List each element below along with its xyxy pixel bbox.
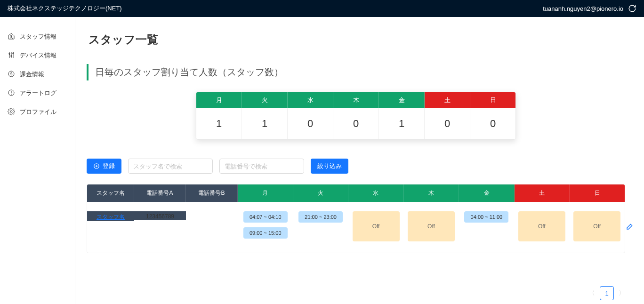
daily-allocation-card: 月 火 水 木 金 土 日 1 1 0 0 1 0 0 bbox=[196, 92, 516, 140]
th-sun: 日 bbox=[570, 184, 625, 202]
alloc-head-sun: 日 bbox=[470, 92, 515, 108]
th-phone-a: 電話番号A bbox=[134, 184, 186, 202]
register-label: 登録 bbox=[103, 162, 115, 170]
sidebar-item-billing-info[interactable]: 課金情報 bbox=[0, 65, 75, 84]
section-title: 日毎のスタッフ割り当て人数（スタッフ数） bbox=[87, 64, 625, 80]
svg-point-6 bbox=[11, 94, 12, 94]
filter-bar: 登録 絞り込み bbox=[87, 159, 625, 174]
alloc-count-thu: 0 bbox=[333, 108, 379, 139]
search-phone-input[interactable] bbox=[219, 159, 304, 174]
company-name: 株式会社ネクステッジテクノロジー(NET) bbox=[8, 4, 122, 13]
plus-circle-icon bbox=[93, 163, 100, 169]
main-content: スタッフ一覧 日毎のスタッフ割り当て人数（スタッフ数） 月 火 水 木 金 土 … bbox=[75, 17, 644, 304]
alloc-count-sat: 0 bbox=[425, 108, 470, 139]
time-chip: 04:00 ~ 11:00 bbox=[464, 211, 508, 223]
sidebar: スタッフ情報 デバイス情報 課金情報 アラートログ プロファイル bbox=[0, 17, 75, 304]
alloc-head-sat: 土 bbox=[425, 92, 470, 108]
th-thu: 木 bbox=[404, 184, 459, 202]
svg-point-0 bbox=[11, 35, 12, 36]
time-chip: 21:00 ~ 23:00 bbox=[298, 211, 343, 223]
edit-icon[interactable] bbox=[626, 222, 634, 231]
filter-label: 絞り込み bbox=[317, 162, 342, 170]
off-badge: Off bbox=[518, 211, 565, 241]
device-sliders-icon bbox=[8, 51, 15, 60]
phone-a-value: 123456789 bbox=[134, 211, 186, 220]
alloc-head-wed: 水 bbox=[288, 92, 333, 108]
alloc-count-sun: 0 bbox=[470, 108, 515, 139]
register-button[interactable]: 登録 bbox=[87, 159, 121, 174]
sidebar-label: 課金情報 bbox=[20, 70, 44, 79]
alloc-count-tue: 1 bbox=[242, 108, 288, 139]
time-chip: 09:00 ~ 15:00 bbox=[243, 227, 288, 239]
alloc-count-wed: 0 bbox=[288, 108, 333, 139]
alloc-head-mon: 月 bbox=[196, 92, 242, 108]
th-sat: 土 bbox=[515, 184, 570, 202]
top-bar: 株式会社ネクステッジテクノロジー(NET) tuananh.nguyen2@pi… bbox=[0, 0, 644, 17]
sidebar-item-device-info[interactable]: デバイス情報 bbox=[0, 46, 75, 65]
staff-name-link[interactable]: スタッフ名 bbox=[97, 214, 125, 220]
th-fri: 金 bbox=[459, 184, 515, 202]
th-tue: 火 bbox=[293, 184, 349, 202]
schedule-table: スタッフ名 電話番号A 電話番号B 月 火 水 木 金 土 日 スタッフ名 12… bbox=[87, 184, 625, 253]
th-wed: 水 bbox=[348, 184, 404, 202]
alloc-count-fri: 1 bbox=[379, 108, 425, 139]
next-page-icon[interactable]: 〉 bbox=[619, 289, 625, 297]
sidebar-item-staff-info[interactable]: スタッフ情報 bbox=[0, 27, 75, 46]
page-number[interactable]: 1 bbox=[600, 286, 614, 300]
refresh-icon[interactable] bbox=[628, 4, 636, 13]
currency-circle-icon bbox=[8, 70, 15, 79]
alloc-head-tue: 火 bbox=[242, 92, 288, 108]
sidebar-item-profile[interactable]: プロファイル bbox=[0, 103, 75, 121]
page-title: スタッフ一覧 bbox=[89, 32, 625, 47]
alloc-count-mon: 1 bbox=[196, 108, 242, 139]
off-badge: Off bbox=[573, 211, 620, 241]
time-chip: 04:07 ~ 04:10 bbox=[243, 211, 288, 223]
off-badge: Off bbox=[353, 211, 400, 241]
sidebar-label: アラートログ bbox=[20, 89, 56, 97]
prev-page-icon[interactable]: 〈 bbox=[588, 289, 595, 297]
search-name-input[interactable] bbox=[128, 159, 213, 174]
table-row: スタッフ名 123456789 04:07 ~ 04:10 09:00 ~ 15… bbox=[87, 202, 625, 253]
sidebar-label: デバイス情報 bbox=[20, 51, 56, 60]
th-name: スタッフ名 bbox=[87, 184, 134, 202]
svg-point-7 bbox=[10, 111, 12, 112]
home-user-icon bbox=[8, 32, 15, 41]
th-mon: 月 bbox=[238, 184, 293, 202]
alloc-head-thu: 木 bbox=[333, 92, 379, 108]
off-badge: Off bbox=[408, 211, 455, 241]
sidebar-label: プロファイル bbox=[20, 108, 56, 116]
gear-icon bbox=[8, 108, 15, 117]
alert-icon bbox=[8, 89, 15, 98]
sidebar-label: スタッフ情報 bbox=[20, 32, 56, 41]
filter-button[interactable]: 絞り込み bbox=[311, 159, 348, 174]
pagination: 〈 1 〉 bbox=[87, 286, 625, 300]
alloc-head-fri: 金 bbox=[379, 92, 425, 108]
sidebar-item-alert-log[interactable]: アラートログ bbox=[0, 84, 75, 103]
th-phone-b: 電話番号B bbox=[186, 184, 238, 202]
user-email: tuananh.nguyen2@pionero.io bbox=[543, 5, 623, 12]
